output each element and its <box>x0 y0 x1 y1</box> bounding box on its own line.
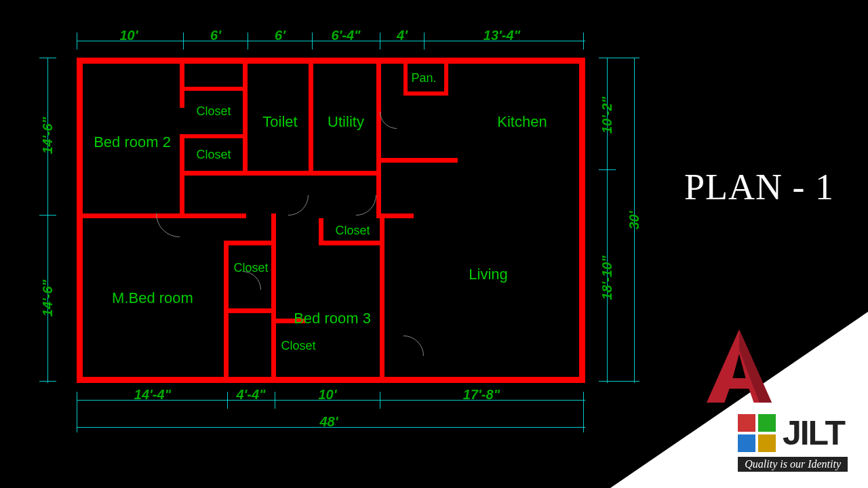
autocad-logo-icon <box>698 325 780 407</box>
label-toilet: Toilet <box>262 113 297 131</box>
jilt-logo: JILT <box>738 413 844 453</box>
dim-bot-1: 14'-4" <box>134 387 171 403</box>
dim-top-4: 6'-4" <box>331 28 360 43</box>
label-closet-1: Closet <box>196 104 231 119</box>
label-closet-5: Closet <box>281 339 315 353</box>
dim-left-2: 14'-6" <box>40 280 56 317</box>
label-pan: Pan. <box>411 71 436 85</box>
dim-line-left <box>47 58 48 383</box>
label-mbed: M.Bed room <box>112 289 193 307</box>
label-closet-4: Closet <box>335 224 370 238</box>
dim-bot-3: 10' <box>318 387 336 403</box>
dim-top-5: 4' <box>397 28 408 43</box>
dim-left-1: 14'-6" <box>40 117 56 154</box>
wall-left <box>77 58 83 383</box>
dim-bot-2: 4'-4" <box>236 387 265 403</box>
wall-bottom <box>77 377 585 383</box>
label-living: Living <box>469 266 507 283</box>
jilt-squares-icon <box>738 414 776 452</box>
dim-right-2: 18'-10" <box>599 256 615 300</box>
label-bedroom3: Bed room 3 <box>294 310 371 327</box>
label-closet-3: Closet <box>233 261 268 275</box>
dim-top-1: 10' <box>119 28 138 43</box>
dim-right-1: 10'-2" <box>599 97 615 134</box>
plan-title: PLAN - 1 <box>684 166 834 208</box>
dim-top-2: 6' <box>210 28 221 43</box>
jilt-tagline: Quality is our Identity <box>738 457 848 472</box>
dim-top-3: 6' <box>275 28 285 43</box>
floor-plan-canvas: 10' 6' 6' 6'-4" 4' 13'-4" 14'-4" 4'-4" 1… <box>0 0 868 488</box>
dim-top-6: 13'-4" <box>484 28 520 43</box>
dim-bot-4: 17'-8" <box>463 387 500 403</box>
wall-right <box>579 58 585 383</box>
wall-top <box>77 58 585 64</box>
dim-bot-total: 48' <box>319 414 338 430</box>
jilt-name: JILT <box>783 413 844 453</box>
label-kitchen: Kitchen <box>497 113 547 131</box>
label-closet-2: Closet <box>196 148 231 162</box>
label-utility: Utility <box>328 113 364 131</box>
label-bedroom2: Bed room 2 <box>94 134 171 151</box>
dim-right-total: 30' <box>627 211 642 229</box>
